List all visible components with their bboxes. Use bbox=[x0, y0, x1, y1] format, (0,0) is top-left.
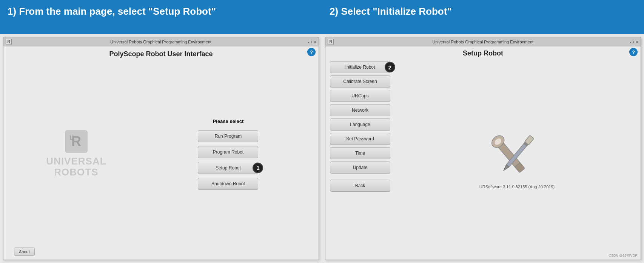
ur-window-icon-right: R bbox=[328, 39, 334, 45]
network-button[interactable]: Network bbox=[330, 104, 390, 116]
main-buttons-section: Please select Run Program Program Robot … bbox=[145, 64, 315, 244]
language-button[interactable]: Language bbox=[330, 118, 390, 131]
setup-buttons-col: Initialize Robot 2 Calibrate Screen URCa… bbox=[330, 61, 394, 257]
update-button[interactable]: Update bbox=[330, 161, 390, 174]
initialize-robot-button[interactable]: Initialize Robot 2 bbox=[330, 61, 390, 73]
calibrate-screen-button[interactable]: Calibrate Screen bbox=[330, 75, 390, 88]
right-window-body: ? Setup Robot Initialize Robot 2 Calibra… bbox=[325, 46, 641, 260]
help-icon-left[interactable]: ? bbox=[307, 48, 316, 56]
badge-2: 2 bbox=[385, 62, 395, 72]
watermark: CSDN @2345VOR bbox=[609, 254, 638, 257]
setup-robot-button[interactable]: Setup Robot 1 bbox=[198, 162, 258, 174]
left-panel-header: 1) From the main page, select "Setup Rob… bbox=[0, 0, 322, 34]
badge-1: 1 bbox=[253, 163, 263, 173]
left-titlebar: R Universal Robots Graphical Programming… bbox=[3, 37, 319, 46]
time-button[interactable]: Time bbox=[330, 147, 390, 159]
svg-text:U: U bbox=[69, 135, 74, 141]
setup-content-row: Initialize Robot 2 Calibrate Screen URCa… bbox=[330, 61, 636, 257]
left-window-controls[interactable]: - + × bbox=[308, 40, 316, 44]
tools-icon bbox=[487, 129, 547, 181]
help-icon-right[interactable]: ? bbox=[629, 48, 638, 56]
program-robot-button[interactable]: Program Robot bbox=[198, 146, 258, 158]
right-panel-content: R Universal Robots Graphical Programming… bbox=[322, 34, 644, 263]
about-button[interactable]: About bbox=[14, 248, 35, 256]
ur-window-icon-left: R bbox=[6, 39, 12, 45]
left-header-text: 1) From the main page, select "Setup Rob… bbox=[8, 5, 216, 18]
left-panel: 1) From the main page, select "Setup Rob… bbox=[0, 0, 322, 263]
ur-logo-text-line2: ROBOTS bbox=[54, 167, 98, 178]
right-panel: 2) Select "Initialize Robot" R Universal… bbox=[322, 0, 644, 263]
run-program-button[interactable]: Run Program bbox=[198, 130, 258, 142]
left-content-row: R U UNIVERSAL ROBOTS Please select Run P… bbox=[3, 64, 319, 244]
shutdown-robot-button[interactable]: Shutdown Robot bbox=[198, 178, 258, 190]
polyscope-title: PolyScope Robot User Interface bbox=[109, 50, 213, 58]
right-window-controls[interactable]: - + × bbox=[630, 40, 638, 44]
back-button[interactable]: Back bbox=[330, 180, 390, 192]
left-window-body: ? PolyScope Robot User Interface R U UNI… bbox=[3, 46, 319, 260]
ur-logo-symbol: R U bbox=[65, 130, 88, 153]
urcaps-button[interactable]: URCaps bbox=[330, 90, 390, 102]
right-window: R Universal Robots Graphical Programming… bbox=[325, 37, 641, 260]
setup-right-col: URSoftware 3.11.0.82155 (Aug 20 2019) bbox=[398, 61, 636, 257]
set-password-button[interactable]: Set Password bbox=[330, 133, 390, 145]
ur-logo-section: R U UNIVERSAL ROBOTS bbox=[7, 64, 145, 244]
right-window-title: Universal Robots Graphical Programming E… bbox=[336, 40, 630, 44]
right-titlebar: R Universal Robots Graphical Programming… bbox=[325, 37, 641, 46]
left-panel-content: R Universal Robots Graphical Programming… bbox=[0, 34, 322, 263]
setup-robot-title: Setup Robot bbox=[330, 49, 636, 57]
ur-logo-text-line1: UNIVERSAL bbox=[46, 156, 106, 167]
version-text: URSoftware 3.11.0.82155 (Aug 20 2019) bbox=[479, 185, 555, 189]
please-select-label: Please select bbox=[213, 118, 244, 124]
right-panel-header: 2) Select "Initialize Robot" bbox=[322, 0, 644, 34]
about-row: About bbox=[3, 246, 319, 256]
left-window: R Universal Robots Graphical Programming… bbox=[3, 37, 319, 260]
left-window-title: Universal Robots Graphical Programming E… bbox=[14, 40, 308, 44]
right-header-text: 2) Select "Initialize Robot" bbox=[330, 5, 452, 18]
